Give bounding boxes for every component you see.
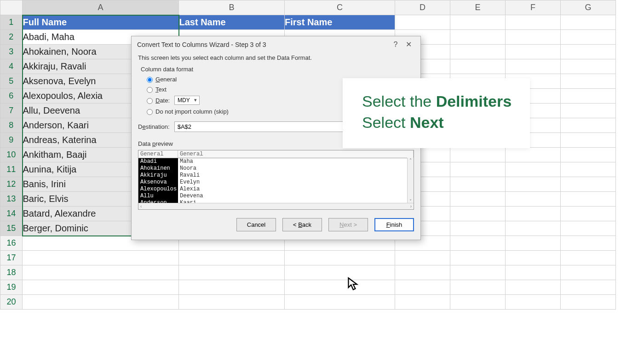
preview-vscroll[interactable]: ˄˅ [407, 158, 414, 204]
row-header-12[interactable]: 12 [0, 177, 23, 192]
cell-F11[interactable] [506, 162, 561, 177]
cell-B1[interactable]: Last Name [179, 15, 285, 30]
row-header-6[interactable]: 6 [0, 89, 23, 103]
cell-E17[interactable] [450, 251, 506, 265]
cell-G1[interactable] [561, 15, 616, 30]
cell-E13[interactable] [450, 192, 506, 207]
row-header-13[interactable]: 13 [0, 192, 23, 207]
column-header-B[interactable]: B [179, 0, 285, 15]
cell-C20[interactable] [285, 295, 395, 310]
cell-D17[interactable] [395, 251, 450, 265]
cell-C17[interactable] [285, 251, 395, 265]
cell-G3[interactable] [561, 45, 616, 59]
cell-G18[interactable] [561, 265, 616, 280]
row-header-5[interactable]: 5 [0, 74, 23, 89]
cell-F18[interactable] [506, 265, 561, 280]
cell-B19[interactable] [179, 280, 285, 295]
cell-F2[interactable] [506, 30, 561, 45]
cell-E10[interactable] [450, 148, 506, 162]
cell-G2[interactable] [561, 30, 616, 45]
cell-F10[interactable] [506, 148, 561, 162]
cell-A18[interactable] [23, 265, 179, 280]
cell-A1[interactable]: Full Name [23, 15, 179, 30]
row-header-4[interactable]: 4 [0, 59, 23, 74]
row-header-9[interactable]: 9 [0, 133, 23, 148]
cell-F17[interactable] [506, 251, 561, 265]
cell-G16[interactable] [561, 236, 616, 251]
cell-F20[interactable] [506, 295, 561, 310]
cell-E11[interactable] [450, 162, 506, 177]
cell-G14[interactable] [561, 207, 616, 221]
cell-G15[interactable] [561, 221, 616, 236]
cell-F16[interactable] [506, 236, 561, 251]
column-header-E[interactable]: E [450, 0, 506, 15]
cell-E2[interactable] [450, 30, 506, 45]
cell-F1[interactable] [506, 15, 561, 30]
cell-F3[interactable] [506, 45, 561, 59]
cell-A17[interactable] [23, 251, 179, 265]
cell-G8[interactable] [561, 118, 616, 133]
cell-E12[interactable] [450, 177, 506, 192]
cell-F4[interactable] [506, 59, 561, 74]
select-all-corner[interactable] [0, 0, 23, 15]
cell-E18[interactable] [450, 265, 506, 280]
row-header-16[interactable]: 16 [0, 236, 23, 251]
cell-G7[interactable] [561, 103, 616, 118]
row-header-1[interactable]: 1 [0, 15, 23, 30]
radio-skip-input[interactable] [147, 109, 153, 115]
cell-F15[interactable] [506, 221, 561, 236]
cell-G13[interactable] [561, 192, 616, 207]
cell-F19[interactable] [506, 280, 561, 295]
row-header-8[interactable]: 8 [0, 118, 23, 133]
row-header-10[interactable]: 10 [0, 148, 23, 162]
row-header-18[interactable]: 18 [0, 265, 23, 280]
preview-column-1[interactable]: AbadiAhokainenAkkirajuAksenovaAlexopoulo… [138, 158, 178, 207]
cell-A19[interactable] [23, 280, 179, 295]
close-icon[interactable]: ✕ [402, 40, 415, 49]
cell-E15[interactable] [450, 221, 506, 236]
row-header-17[interactable]: 17 [0, 251, 23, 265]
cell-B18[interactable] [179, 265, 285, 280]
cell-G17[interactable] [561, 251, 616, 265]
cell-G6[interactable] [561, 89, 616, 103]
cell-G19[interactable] [561, 280, 616, 295]
row-header-11[interactable]: 11 [0, 162, 23, 177]
cell-F14[interactable] [506, 207, 561, 221]
cell-E4[interactable] [450, 59, 506, 74]
cancel-button[interactable]: Cancel [236, 218, 276, 231]
radio-general-input[interactable] [147, 77, 153, 83]
row-header-15[interactable]: 15 [0, 221, 23, 236]
column-header-G[interactable]: G [561, 0, 616, 15]
cell-G9[interactable] [561, 133, 616, 148]
cell-A20[interactable] [23, 295, 179, 310]
radio-text-input[interactable] [147, 87, 153, 93]
cell-D20[interactable] [395, 295, 450, 310]
cell-E1[interactable] [450, 15, 506, 30]
data-preview[interactable]: General General AbadiAhokainenAkkirajuAk… [138, 150, 414, 210]
radio-date-input[interactable] [147, 98, 153, 104]
cell-E3[interactable] [450, 45, 506, 59]
row-header-19[interactable]: 19 [0, 280, 23, 295]
date-format-select[interactable]: MDY [174, 96, 200, 105]
cell-C19[interactable] [285, 280, 395, 295]
column-header-D[interactable]: D [395, 0, 450, 15]
cell-E14[interactable] [450, 207, 506, 221]
cell-D1[interactable] [395, 15, 450, 30]
column-header-F[interactable]: F [506, 0, 561, 15]
back-button[interactable]: < Back [282, 218, 322, 231]
cell-G5[interactable] [561, 74, 616, 89]
cell-G12[interactable] [561, 177, 616, 192]
cell-G4[interactable] [561, 59, 616, 74]
finish-button[interactable]: Finish [374, 218, 414, 231]
cell-G20[interactable] [561, 295, 616, 310]
cell-E20[interactable] [450, 295, 506, 310]
row-header-14[interactable]: 14 [0, 207, 23, 221]
cell-E16[interactable] [450, 236, 506, 251]
row-header-2[interactable]: 2 [0, 30, 23, 45]
preview-hscroll[interactable]: ‹› [138, 203, 414, 209]
cell-G10[interactable] [561, 148, 616, 162]
cell-B17[interactable] [179, 251, 285, 265]
cell-G11[interactable] [561, 162, 616, 177]
cell-D19[interactable] [395, 280, 450, 295]
cell-D18[interactable] [395, 265, 450, 280]
